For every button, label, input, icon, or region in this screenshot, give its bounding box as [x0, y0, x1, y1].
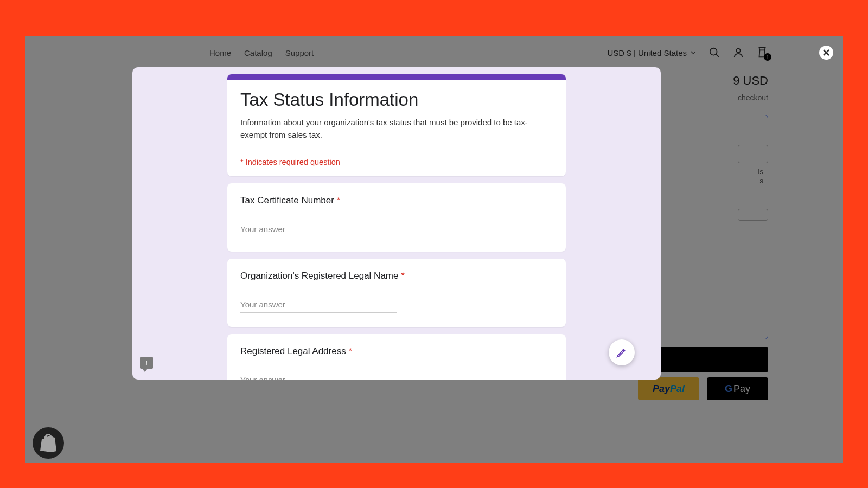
question-card-org-name: Organization's Registered Legal Name *: [227, 259, 566, 327]
address-input[interactable]: [240, 373, 397, 380]
form-column: Tax Status Information Information about…: [227, 74, 566, 380]
app-frame: Home Catalog Support USD $ | United Stat…: [25, 36, 843, 463]
report-icon-tail: [142, 369, 148, 372]
question-label: Registered Legal Address *: [240, 346, 553, 357]
required-star: *: [401, 271, 405, 281]
pencil-icon: [616, 346, 628, 358]
question-card-tax-cert: Tax Certificate Number *: [227, 183, 566, 252]
modal-scroll[interactable]: Tax Status Information Information about…: [132, 67, 661, 380]
form-description: Information about your organization's ta…: [240, 117, 553, 150]
report-icon[interactable]: !: [140, 357, 153, 369]
shopify-badge-icon[interactable]: [33, 427, 64, 459]
form-title: Tax Status Information: [240, 89, 553, 110]
question-card-address: Registered Legal Address *: [227, 334, 566, 380]
question-label: Tax Certificate Number *: [240, 195, 553, 206]
question-label: Organization's Registered Legal Name *: [240, 271, 553, 281]
tax-form-modal: Tax Status Information Information about…: [132, 67, 661, 380]
app-area: Home Catalog Support USD $ | United Stat…: [25, 36, 843, 463]
required-star: *: [337, 195, 341, 206]
required-star: *: [348, 346, 352, 356]
question-text: Registered Legal Address: [240, 346, 346, 356]
form-header-card: Tax Status Information Information about…: [227, 74, 566, 176]
question-text: Organization's Registered Legal Name: [240, 271, 398, 281]
edit-fab[interactable]: [609, 339, 635, 365]
question-text: Tax Certificate Number: [240, 195, 334, 206]
org-name-input[interactable]: [240, 298, 397, 313]
tax-cert-input[interactable]: [240, 222, 397, 237]
close-icon[interactable]: [819, 46, 833, 60]
form-required-note: * Indicates required question: [240, 158, 553, 166]
